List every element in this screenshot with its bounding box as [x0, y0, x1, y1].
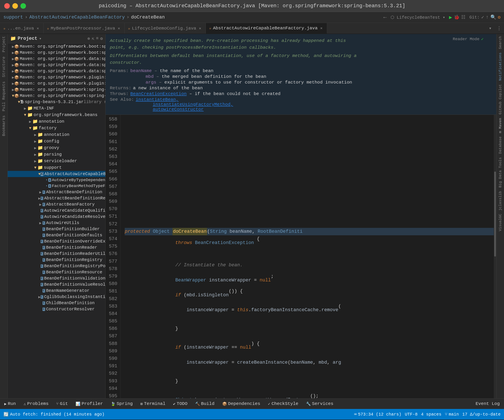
- tree-annotation-sub[interactable]: ▶ 📁 annotation: [8, 118, 105, 125]
- sidebar-bookmarks-label[interactable]: Bookmarks: [2, 115, 6, 136]
- tree-beandefinitionvalidation[interactable]: ▶ C BeanDefinitionValidationException: [8, 275, 105, 281]
- tab-mybeanpostprocessor[interactable]: ☕ MyBeanPostProcessor.java ✕: [44, 23, 125, 34]
- tree-beandefinitionregistrypp[interactable]: ▶ C BeanDefinitionRegistryPostProcessor: [8, 263, 105, 269]
- settings-icon[interactable]: ⚙: [100, 36, 103, 41]
- event-log-button[interactable]: Event Log: [474, 400, 501, 407]
- tree-autowireutils[interactable]: ▶ C AutowireUtils: [8, 220, 105, 226]
- tree-maven-plugin-meta[interactable]: ▶ 📦 Maven: org.springframework.plugin:sp…: [8, 80, 105, 87]
- vertical-scrollbar[interactable]: [494, 115, 496, 398]
- tree-maven-aop[interactable]: ▶ 📦 Maven: org.springframework:spring-ao…: [8, 87, 105, 93]
- tree-autowirecandidate[interactable]: ▶ C AutowireCandidateQualifier: [8, 207, 105, 214]
- status-encoding[interactable]: UTF-8: [405, 412, 418, 417]
- lifecycle-test-dropdown[interactable]: ⬡ LifecycleBeanTest ▾: [390, 15, 445, 20]
- collapse-all-icon[interactable]: ⇱: [92, 36, 94, 41]
- checkstyle-button[interactable]: ✓ CheckStyle: [266, 400, 300, 407]
- sidebar-structure-label[interactable]: Structure: [2, 57, 6, 77]
- tree-maven-plugin-core[interactable]: ▶ 📦 Maven: org.springframework.plugin:sp…: [8, 74, 105, 80]
- tree-cglibsubclassing[interactable]: ▶ C CglibSubclassingInstantiationStrateg…: [8, 294, 105, 300]
- todo-button[interactable]: ✔ TODO: [171, 400, 189, 407]
- problems-button[interactable]: ⚠ Problems: [22, 400, 50, 407]
- terminal-button[interactable]: ⊞ Terminal: [139, 400, 167, 407]
- tree-beandefinitionreader[interactable]: ▶ C BeanDefinitionReader: [8, 245, 105, 251]
- tree-beandefinitionoverride[interactable]: ▶ C BeanDefinitionOverrideException: [8, 238, 105, 245]
- tree-autowiretype[interactable]: ▶ • a AutowireByTypeDependencyDescripto: [8, 177, 105, 183]
- reader-mode-button[interactable]: Reader Mode: [453, 37, 479, 41]
- git-bottom-button[interactable]: ⑂ Git: [54, 400, 70, 407]
- project-dropdown-icon[interactable]: ▾: [39, 36, 42, 41]
- see-also-autowire[interactable]: autowireConstructor: [153, 107, 204, 112]
- back-button[interactable]: ←: [383, 14, 387, 21]
- debug-button[interactable]: 🐞: [454, 14, 460, 20]
- breadcrumb-class[interactable]: AbstractAutowireCapableBeanFactory: [29, 15, 125, 20]
- tab-overflow-button[interactable]: ▾: [486, 25, 494, 31]
- tree-maven-boot-test-aut[interactable]: ▶ 📦 Maven: org.springframework.boot:spri…: [8, 50, 105, 56]
- breadcrumb-support[interactable]: support: [3, 15, 23, 20]
- tree-beandefinitiondefaults[interactable]: ▶ C BeanDefinitionDefaults: [8, 232, 105, 238]
- tree-factory-support[interactable]: ▼ 📁 support: [8, 164, 105, 171]
- sidebar-notifications-label[interactable]: Notifications: [498, 52, 502, 81]
- scrollbar-thumb[interactable]: [494, 172, 496, 257]
- tab-en-java[interactable]: ☕ ...en.java ✕: [0, 23, 44, 34]
- tab-close-button2[interactable]: ✕: [117, 26, 121, 30]
- tree-abstractbeandefinition[interactable]: ▶ C AbstractBeanDefinition: [8, 189, 105, 195]
- build-button[interactable]: 🔨 Build: [193, 400, 216, 407]
- sidebar-jclasslib-label[interactable]: jclasslib: [498, 191, 502, 211]
- tree-factorybean-method[interactable]: ▶ • a FactoryBeanMethodTypeFinder: [8, 183, 105, 189]
- tree-maven-data-keyvalue[interactable]: ▶ 📦 Maven: org.springframework.data:spri…: [8, 62, 105, 68]
- maximize-button[interactable]: [20, 3, 26, 9]
- tree-beannamegenerator[interactable]: ▶ C BeanNameGenerator: [8, 288, 105, 294]
- spring-button[interactable]: 🍃 Spring: [109, 400, 134, 407]
- tree-abstractbeanfactory[interactable]: ▶ C AbstractBeanFactory: [8, 201, 105, 207]
- sidebar-pull-requests-label[interactable]: Pull Requests: [2, 82, 6, 111]
- tree-meta-inf[interactable]: ▶ 📁 META-INF: [8, 105, 105, 111]
- tree-maven-data-common[interactable]: ▶ 📦 Maven: org.springframework.data:spri…: [8, 56, 105, 62]
- tree-package-beans[interactable]: ▼ 📁 org.springframework.beans: [8, 111, 105, 118]
- tree-factory-serviceloader[interactable]: ▶ 📁 serviceloader: [8, 158, 105, 164]
- tree-factory-folder[interactable]: ▼ 📁 factory: [8, 125, 105, 131]
- services-button[interactable]: 🔧 Services: [304, 400, 335, 407]
- profiler-button[interactable]: 📊 Profiler: [74, 400, 105, 407]
- sidebar-database-label[interactable]: Database: [498, 136, 502, 154]
- tree-beandefinitionresource[interactable]: ▶ C BeanDefinitionResource: [8, 269, 105, 275]
- dependencies-button[interactable]: 📦 Dependencies: [221, 400, 262, 407]
- tree-factory-parsing[interactable]: ▶ 📁 parsing: [8, 151, 105, 158]
- tab-close-button4[interactable]: ✕: [319, 26, 324, 30]
- git-push-button[interactable]: ↑: [486, 15, 489, 20]
- tree-abstractbeandefinitionreader[interactable]: ▶ C AbstractBeanDefinitionReader: [8, 195, 105, 201]
- see-also-instantiate[interactable]: instantiateBean,: [136, 97, 179, 102]
- run-button[interactable]: ▶: [449, 14, 452, 20]
- tree-childbeandefinition[interactable]: ▶ C ChildBeanDefinition: [8, 300, 105, 306]
- tree-beandefinitionreaderutils[interactable]: ▶ C BeanDefinitionReaderUtils: [8, 251, 105, 257]
- sidebar-maven-label[interactable]: m Maven: [498, 118, 502, 133]
- git-commit-button[interactable]: ✓: [481, 14, 484, 20]
- tree-maven-beans[interactable]: ▼ 📦 Maven: org.springframework:spring-be…: [8, 93, 105, 99]
- tree-beandefinitionbuilder[interactable]: ▶ C BeanDefinitionBuilder: [8, 226, 105, 232]
- tree-factory-config[interactable]: ▶ 📁 config: [8, 138, 105, 145]
- status-git[interactable]: ⑂ main: [445, 412, 459, 417]
- see-also-factory[interactable]: instantiateUsingFactoryMethod,: [153, 102, 233, 107]
- close-button[interactable]: [4, 3, 10, 9]
- coverage-button[interactable]: ☷: [461, 14, 465, 20]
- tree-beandefinitionvalueresolver[interactable]: ▶ C BeanDefinitionValueResolver: [8, 281, 105, 288]
- run-toolbar-button[interactable]: ▶ Run: [3, 400, 18, 407]
- tree-autowirecandidateresolver[interactable]: ▶ C AutowireCandidateResolver: [8, 214, 105, 220]
- tab-lifecycledemoconfig[interactable]: ☕ LifecycleDemoConfig.java ✕: [125, 23, 206, 34]
- tab-menu-button[interactable]: ⋮: [494, 25, 504, 31]
- expand-all-icon[interactable]: ≡: [96, 36, 99, 41]
- tree-jar-file[interactable]: ▼ 🗜 spring-beans-5.3.21.jar library root: [8, 99, 105, 105]
- minimize-button[interactable]: [12, 3, 18, 9]
- tree-abstractautowire-class[interactable]: ▼ C AbstractAutowireCapableBeanFactory: [8, 171, 105, 177]
- sidebar-visualgc-label[interactable]: VisualGC: [498, 214, 502, 231]
- search-button[interactable]: 🔍: [490, 14, 496, 20]
- tree-constructorresolver[interactable]: ▶ C ConstructorResolver: [8, 306, 105, 312]
- sidebar-github-copilot-label[interactable]: GitHub Copilot: [498, 84, 502, 115]
- tree-maven-boot-test[interactable]: ▶ 📦 Maven: org.springframework.boot:spri…: [8, 43, 105, 50]
- tree-factory-groovy[interactable]: ▶ 📁 groovy: [8, 145, 105, 151]
- tab-close-button[interactable]: ✕: [36, 26, 40, 30]
- tree-maven-data-redis[interactable]: ▶ 📦 Maven: org.springframework.data:spri…: [8, 68, 105, 74]
- status-indent[interactable]: 4 spaces: [421, 412, 441, 417]
- tab-close-button3[interactable]: ✕: [198, 26, 202, 30]
- breadcrumb-method[interactable]: doCreateBean: [131, 15, 165, 20]
- sidebar-search-label[interactable]: Search: [498, 36, 502, 49]
- tree-beandefinitionregistry[interactable]: ▶ C BeanDefinitionRegistry: [8, 257, 105, 263]
